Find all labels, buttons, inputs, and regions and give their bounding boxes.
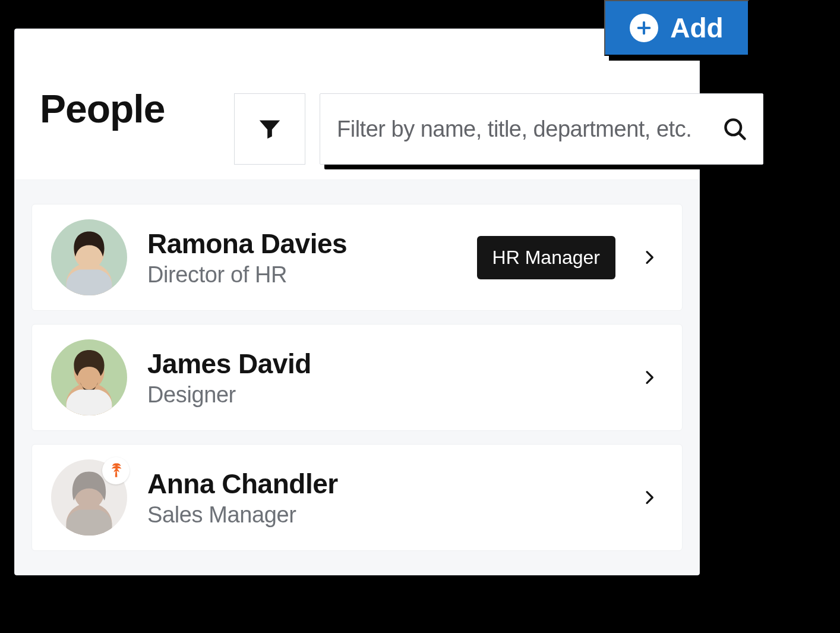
page-title: People (40, 86, 165, 131)
search-icon[interactable] (718, 112, 752, 146)
list-item[interactable]: Ramona Davies Director of HR HR Manager (31, 204, 683, 311)
filter-icon (256, 115, 283, 144)
status-badge (102, 457, 130, 484)
svg-line-1 (738, 133, 744, 138)
role-badge: HR Manager (477, 236, 615, 279)
palm-tree-icon (108, 461, 124, 480)
person-title: Director of HR (147, 262, 457, 288)
chevron-right-icon[interactable] (636, 484, 663, 511)
person-name: Anna Chandler (147, 468, 615, 500)
list-item[interactable]: James David Designer (31, 324, 683, 431)
chevron-right-icon[interactable] (636, 244, 663, 271)
add-button[interactable]: Add (604, 0, 749, 56)
list-item[interactable]: Anna Chandler Sales Manager (31, 444, 683, 551)
person-name: James David (147, 348, 615, 380)
chevron-right-icon[interactable] (636, 364, 663, 391)
person-name: Ramona Davies (147, 228, 457, 260)
avatar (51, 459, 127, 536)
filter-button[interactable] (234, 93, 305, 165)
search-input[interactable] (337, 116, 718, 142)
search-bar[interactable] (320, 93, 763, 165)
avatar (51, 219, 127, 295)
person-title: Sales Manager (147, 502, 615, 528)
avatar (51, 339, 127, 415)
people-list: Ramona Davies Director of HR HR Manager (15, 180, 699, 575)
person-title: Designer (147, 382, 615, 408)
plus-icon (630, 14, 658, 42)
people-panel: People (14, 29, 700, 575)
add-button-label: Add (670, 12, 723, 44)
panel-header: People (15, 29, 699, 180)
